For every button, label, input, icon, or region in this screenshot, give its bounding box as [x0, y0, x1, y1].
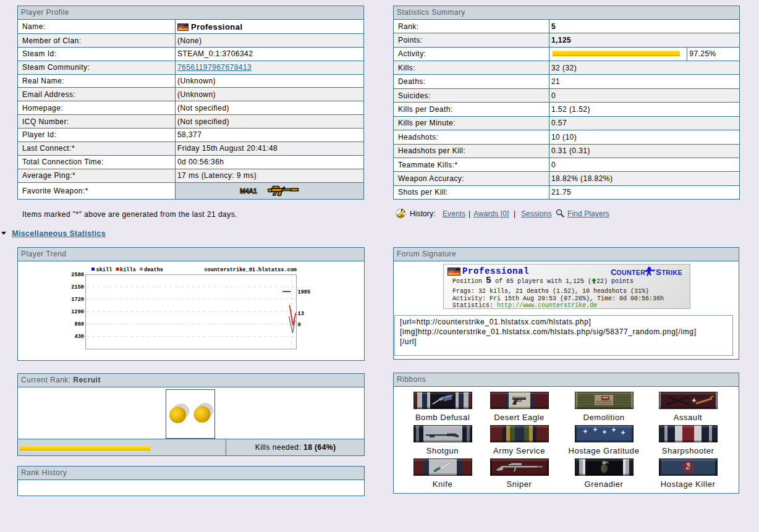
svg-text:1720: 1720 [71, 297, 84, 303]
svg-text:1290: 1290 [71, 309, 84, 315]
svg-text:2150: 2150 [71, 284, 84, 290]
svg-text:1985: 1985 [298, 289, 311, 295]
svg-text:13: 13 [298, 311, 304, 317]
svg-text:OUNTER: OUNTER [617, 269, 646, 276]
svg-text:C: C [611, 268, 617, 277]
svg-text:kills: kills [120, 267, 136, 273]
svg-text:counterstrike_01.hlstatsx.com: counterstrike_01.hlstatsx.com [204, 267, 297, 273]
svg-text:2580: 2580 [71, 272, 84, 278]
svg-text:skill: skill [96, 267, 112, 273]
svg-text:M4A1: M4A1 [240, 187, 257, 195]
svg-text:deaths: deaths [144, 267, 163, 273]
svg-text:430: 430 [75, 334, 84, 340]
svg-text:S: S [656, 268, 661, 277]
svg-text:860: 860 [75, 321, 84, 327]
svg-text:9: 9 [298, 322, 301, 328]
svg-text:TRIKE: TRIKE [662, 269, 683, 276]
